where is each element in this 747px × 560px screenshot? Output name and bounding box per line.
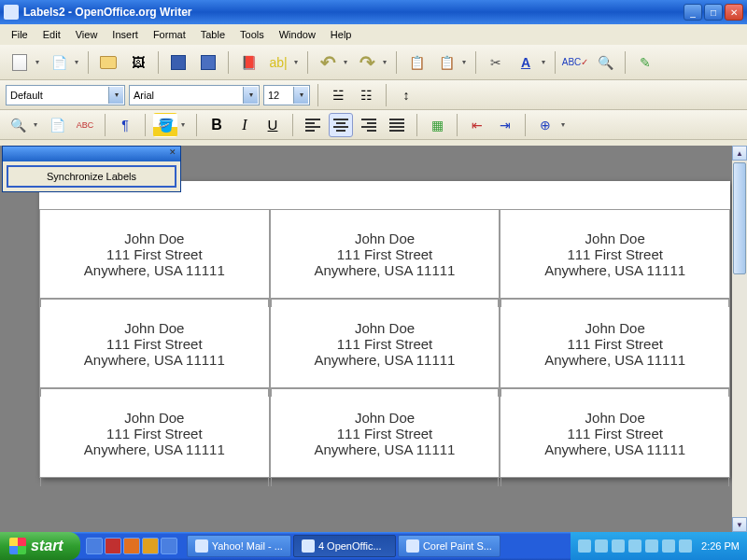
menu-window[interactable]: Window — [272, 26, 323, 43]
tray-icon[interactable] — [645, 539, 658, 553]
zoom-dropdown[interactable]: ▾ — [34, 120, 41, 129]
formatting-marks-button[interactable]: ¶ — [113, 113, 137, 137]
document-viewport[interactable]: John Doe 111 First Street Anywhere, USA … — [0, 146, 732, 532]
label-cell[interactable]: John Doe 111 First Street Anywhere, USA … — [39, 299, 270, 388]
drawing-button[interactable]: ✎ — [631, 49, 659, 77]
task-icon — [302, 539, 315, 553]
bold-button[interactable]: B — [204, 113, 229, 137]
font-size-combo[interactable]: 12▾ — [263, 85, 310, 105]
paste-button[interactable]: 📋 — [432, 49, 460, 77]
start-button[interactable]: start — [0, 532, 80, 560]
tray-icon[interactable] — [662, 539, 675, 553]
templates-dropdown[interactable]: ▾ — [75, 58, 82, 66]
maximize-button[interactable]: □ — [704, 4, 723, 21]
highlight-button[interactable]: ab| — [264, 49, 292, 77]
templates-button[interactable]: 📄 — [45, 49, 73, 77]
align-center-button[interactable] — [329, 113, 353, 137]
minimize-button[interactable]: _ — [684, 4, 702, 21]
tray-icon[interactable] — [612, 539, 625, 553]
open-button[interactable] — [94, 49, 122, 77]
font-name-combo[interactable]: Arial▾ — [129, 85, 260, 105]
redo-dropdown[interactable]: ▾ — [383, 58, 390, 66]
align-left-button[interactable] — [301, 113, 325, 137]
sync-panel-close-icon[interactable]: ✕ — [167, 147, 178, 158]
quick-launch-icon[interactable] — [161, 538, 177, 554]
find-button[interactable]: 🔍 — [591, 49, 619, 77]
font-color-button[interactable]: A — [512, 49, 540, 77]
menu-insert[interactable]: Insert — [105, 26, 146, 43]
menu-help[interactable]: Help — [323, 26, 359, 43]
tray-icon[interactable] — [595, 539, 608, 553]
menu-format[interactable]: Format — [146, 26, 193, 43]
quick-launch-icon[interactable] — [123, 538, 140, 554]
taskbar-clock[interactable]: 2:26 PM — [701, 540, 740, 552]
vertical-scrollbar[interactable]: ▲ ▼ — [732, 146, 747, 532]
scroll-down-button[interactable]: ▼ — [732, 517, 747, 532]
line-spacing-button[interactable]: ↕ — [394, 83, 418, 107]
label-cell[interactable]: John Doe 111 First Street Anywhere, USA … — [39, 209, 270, 299]
save-as-button[interactable] — [194, 49, 222, 77]
cut-button[interactable]: ✂ — [482, 49, 510, 77]
label-cell[interactable]: John Doe 111 First Street Anywhere, USA … — [500, 388, 730, 478]
undo-dropdown[interactable]: ▾ — [344, 58, 351, 66]
font-color-dropdown[interactable]: ▾ — [542, 58, 549, 66]
italic-button[interactable]: I — [233, 113, 257, 137]
autospell-button[interactable]: ABC — [73, 113, 97, 137]
paragraph-style-combo[interactable]: Default▾ — [6, 85, 125, 105]
quick-launch-icon[interactable] — [86, 538, 103, 554]
export-pdf-button[interactable]: 📕 — [234, 49, 262, 77]
highlight-dropdown[interactable]: ▾ — [294, 58, 302, 66]
tray-icon[interactable] — [628, 539, 641, 553]
taskbar-task-openoffice[interactable]: 4 OpenOffic... — [293, 535, 396, 557]
bullet-list-button[interactable]: ☱ — [326, 83, 350, 107]
align-justify-button[interactable] — [385, 113, 409, 137]
taskbar-task-corel[interactable]: Corel Paint S... — [398, 535, 500, 557]
label-cell[interactable]: John Doe 111 First Street Anywhere, USA … — [270, 388, 500, 478]
synchronize-labels-panel[interactable]: ✕ Synchronize Labels — [2, 146, 181, 192]
paste-dropdown[interactable]: ▾ — [462, 58, 470, 66]
undo-button[interactable]: ↶ — [314, 49, 342, 77]
synchronize-labels-button[interactable]: Synchronize Labels — [7, 165, 176, 188]
label-cell[interactable]: John Doe 111 First Street Anywhere, USA … — [270, 299, 500, 388]
bg-color-button[interactable]: 🪣 — [153, 113, 177, 137]
label-cell[interactable]: John Doe 111 First Street Anywhere, USA … — [39, 388, 270, 478]
zoom-button[interactable]: 🔍 — [6, 113, 30, 137]
new-doc-button[interactable] — [6, 49, 34, 77]
save-button[interactable] — [164, 49, 192, 77]
bg-color-dropdown[interactable]: ▾ — [181, 120, 189, 129]
menu-file[interactable]: File — [4, 26, 35, 43]
insert-table-button[interactable]: ▦ — [425, 113, 449, 137]
spellcheck-button[interactable]: ABC✓ — [561, 49, 589, 77]
close-button[interactable]: ✕ — [725, 4, 743, 21]
menu-table[interactable]: Table — [193, 26, 233, 43]
tray-icon[interactable] — [679, 539, 692, 553]
scroll-thumb[interactable] — [733, 162, 746, 274]
menu-tools[interactable]: Tools — [233, 26, 272, 43]
quick-launch-icon[interactable] — [105, 538, 121, 554]
sync-panel-titlebar[interactable]: ✕ — [3, 147, 180, 161]
align-right-button[interactable] — [357, 113, 381, 137]
copy-button[interactable]: 📋 — [402, 49, 430, 77]
label-name: John Doe — [585, 320, 645, 336]
new-doc-dropdown[interactable]: ▾ — [35, 58, 43, 66]
navigator-button[interactable]: ⊕ — [533, 113, 557, 137]
gallery-button[interactable]: 🖼 — [124, 49, 152, 77]
menu-view[interactable]: View — [68, 26, 106, 43]
print-preview-button[interactable]: 📄 — [45, 113, 69, 137]
scroll-up-button[interactable]: ▲ — [732, 146, 747, 161]
increase-indent-button[interactable]: ⇥ — [493, 113, 517, 137]
redo-button[interactable]: ↷ — [353, 49, 381, 77]
tray-icon[interactable] — [578, 539, 591, 553]
label-cell[interactable]: John Doe 111 First Street Anywhere, USA … — [500, 209, 730, 299]
label-cell[interactable]: John Doe 111 First Street Anywhere, USA … — [270, 209, 500, 299]
taskbar-task-yahoo[interactable]: Yahoo! Mail - ... — [187, 535, 291, 557]
underline-button[interactable]: U — [261, 113, 285, 137]
toolbar-overflow[interactable]: ▾ — [561, 120, 569, 129]
number-list-button[interactable]: ☷ — [354, 83, 378, 107]
label-city: Anywhere, USA 11111 — [84, 441, 225, 457]
quick-launch-icon[interactable] — [142, 538, 159, 554]
page[interactable]: John Doe 111 First Street Anywhere, USA … — [39, 181, 730, 478]
decrease-indent-button[interactable]: ⇤ — [465, 113, 489, 137]
menu-edit[interactable]: Edit — [35, 26, 68, 43]
label-cell[interactable]: John Doe 111 First Street Anywhere, USA … — [500, 299, 730, 388]
